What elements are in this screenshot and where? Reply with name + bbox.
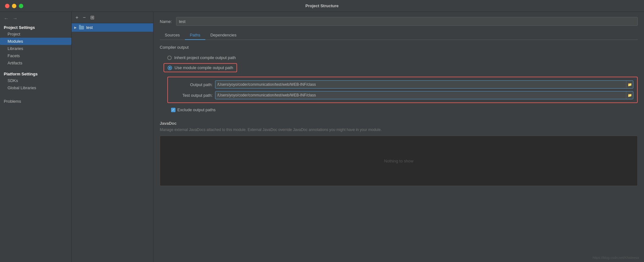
tabs-row: Sources Paths Dependencies [160,31,638,40]
radio-module-wrapper: Use module compile output path [164,63,638,74]
window-controls [5,4,23,8]
sidebar-item-artifacts[interactable]: Artifacts [0,59,71,67]
sidebar-item-artifacts-label: Artifacts [8,61,22,65]
test-output-path-row: Test output path: /Users/yoyo/coder/comm… [172,91,633,99]
module-name-label: test [86,25,93,30]
sidebar-item-global-libraries-label: Global Libraries [8,85,36,90]
sidebar-item-project-label: Project [8,32,20,36]
middle-panel: + − ⊞ ▶ test [72,12,153,262]
compiler-output-header: Compiler output [160,45,638,50]
sidebar-item-problems-label: Problems [4,99,21,104]
tab-dependencies-label: Dependencies [210,33,236,37]
add-module-button[interactable]: + [74,14,80,21]
maximize-button[interactable] [19,4,23,8]
platform-settings-header: Platform Settings [0,70,71,77]
minimize-button[interactable] [12,4,16,8]
remove-module-button[interactable]: − [81,14,87,21]
output-path-folder-btn[interactable]: 📁 [626,81,633,88]
sidebar-item-sdks-label: SDKs [8,78,18,83]
project-settings-header: Project Settings [0,24,71,30]
exclude-checkbox-row[interactable]: Exclude output paths [167,106,638,113]
module-name-input[interactable] [176,17,638,26]
output-path-label: Output path: [172,82,213,87]
window-title: Project Structure [305,3,338,8]
folder-icon [79,25,84,30]
javadoc-section: JavaDoc Manage external JavaDocs attache… [160,121,638,186]
javadoc-empty-label: Nothing to show [384,159,413,163]
tab-paths[interactable]: Paths [185,31,205,40]
main-layout: ← → Project Settings Project Modules Lib… [0,12,644,262]
radio-module-label: Use module compile output path [175,65,233,70]
watermark: https://blog.csdn.net/Khaleesa [593,256,639,259]
sidebar: ← → Project Settings Project Modules Lib… [0,12,72,262]
sidebar-item-global-libraries[interactable]: Global Libraries [0,84,71,91]
radio-inherit-label: Inherit project compile output path [174,55,236,60]
radio-inherit-row[interactable]: Inherit project compile output path [164,53,638,62]
javadoc-description: Manage external JavaDocs attached to thi… [160,128,638,132]
sidebar-item-modules[interactable]: Modules [0,38,71,45]
sidebar-item-facets-label: Facets [8,53,20,58]
sidebar-item-project[interactable]: Project [0,30,71,38]
right-panel: Name: Sources Paths Dependencies Compile… [153,12,644,262]
middle-toolbar: + − ⊞ [72,12,153,23]
sidebar-spacer2 [0,91,71,95]
test-output-path-value: /Users/yoyo/coder/communication/test/web… [215,93,626,97]
output-path-input-wrapper: /Users/yoyo/coder/communication/test/web… [215,80,633,89]
tab-sources-label: Sources [165,33,180,37]
radio-inherit[interactable] [167,56,172,60]
tab-sources[interactable]: Sources [160,31,185,40]
sidebar-item-libraries[interactable]: Libraries [0,45,71,52]
close-button[interactable] [5,4,9,8]
test-output-path-label: Test output path: [172,93,213,98]
test-output-path-input-wrapper: /Users/yoyo/coder/communication/test/web… [215,91,633,99]
javadoc-header: JavaDoc [160,121,638,126]
sidebar-item-problems[interactable]: Problems [0,98,71,105]
copy-module-button[interactable]: ⊞ [89,14,96,21]
tab-paths-label: Paths [190,33,200,37]
output-path-row: Output path: /Users/yoyo/coder/communica… [172,80,633,89]
nav-back-forward: ← → [0,14,71,24]
sidebar-spacer [0,67,71,70]
exclude-checkbox[interactable] [171,108,175,112]
output-paths-box: Output path: /Users/yoyo/coder/communica… [167,77,638,103]
title-bar: Project Structure [0,0,644,12]
chevron-right-icon: ▶ [74,26,77,29]
radio-module-row[interactable]: Use module compile output path [164,63,237,72]
name-label: Name: [160,19,172,24]
back-arrow[interactable]: ← [4,16,9,21]
radio-module[interactable] [168,66,172,70]
javadoc-empty-state: Nothing to show [160,136,638,186]
sidebar-item-modules-label: Modules [8,39,23,44]
test-output-path-folder-btn[interactable]: 📁 [626,91,633,99]
tab-dependencies[interactable]: Dependencies [205,31,242,40]
forward-arrow[interactable]: → [13,16,18,21]
sidebar-item-libraries-label: Libraries [8,46,23,51]
module-item-test[interactable]: ▶ test [72,23,153,32]
sidebar-item-facets[interactable]: Facets [0,52,71,59]
output-path-value: /Users/yoyo/coder/communication/test/web… [215,82,626,87]
exclude-label: Exclude output paths [177,107,215,112]
sidebar-item-sdks[interactable]: SDKs [0,77,71,84]
name-row: Name: [160,17,638,26]
